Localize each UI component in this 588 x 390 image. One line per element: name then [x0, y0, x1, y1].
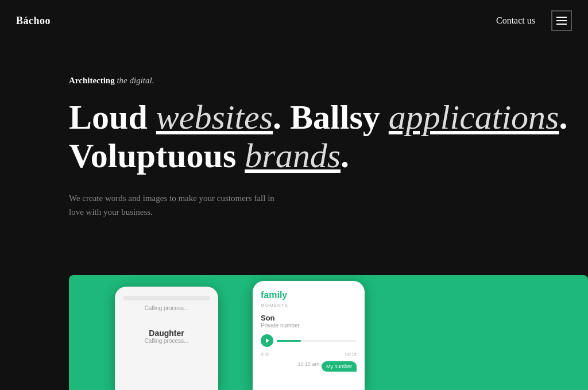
subtitle-italic: the digital. [117, 76, 154, 85]
phone-mockup-2: family MOMENTS Son Private number 0:00 0… [253, 281, 365, 390]
phone1-topbar [123, 296, 210, 300]
message-bubble: My number [322, 361, 357, 372]
phone1-name: Daughter [149, 329, 184, 338]
subtitle-bold: Architecting [69, 76, 115, 85]
play-button[interactable] [261, 334, 273, 347]
message-row: 10:15 am My number [261, 361, 357, 372]
phone-mockup-1: Calling process... Daughter Calling proc… [115, 287, 218, 390]
headline-loud: Loud [69, 98, 148, 136]
menu-line-1 [556, 17, 567, 18]
menu-line-3 [556, 24, 567, 25]
time-labels: 0:00 00:15 [261, 352, 357, 357]
audio-progress-fill [277, 340, 301, 342]
headline-websites: websites [156, 98, 273, 136]
audio-bar [261, 334, 357, 347]
navigation: Báchoo Contact us [0, 0, 588, 41]
logo[interactable]: Báchoo [16, 15, 51, 27]
app-name: family [261, 290, 357, 300]
contact-link[interactable]: Contact us [496, 16, 535, 26]
mockup-section: Calling process... Daughter Calling proc… [69, 275, 588, 390]
hero-subtitle: Architecting the digital. [69, 76, 572, 86]
hero-section: Architecting the digital. Loud websites.… [0, 41, 588, 242]
hero-headline: Loud websites. Ballsy applications. Volu… [69, 98, 572, 175]
app-sub: MOMENTS [261, 303, 357, 308]
phone1-sub: Calling process... [145, 338, 189, 344]
hero-description: We create words and images to make your … [69, 191, 276, 219]
contact-type: Private number [261, 322, 357, 329]
nav-right: Contact us [496, 10, 572, 31]
headline-ballsy: Ballsy [290, 98, 380, 136]
time-start: 0:00 [261, 352, 270, 357]
phone1-calling: Calling process... [145, 305, 189, 311]
headline-dot3: . [341, 137, 349, 175]
headline-dot1: . [273, 98, 290, 136]
time-end: 00:15 [345, 352, 357, 357]
headline-dot2: . [559, 98, 567, 136]
headline-applications: applications [389, 98, 559, 136]
contact-name: Son [261, 314, 357, 322]
headline-brands: brands [245, 137, 341, 175]
menu-button[interactable] [551, 10, 572, 31]
message-time: 10:15 am [297, 361, 319, 372]
audio-progress [277, 340, 357, 342]
menu-line-2 [556, 20, 567, 21]
headline-voluptuous: Voluptuous [69, 137, 236, 175]
